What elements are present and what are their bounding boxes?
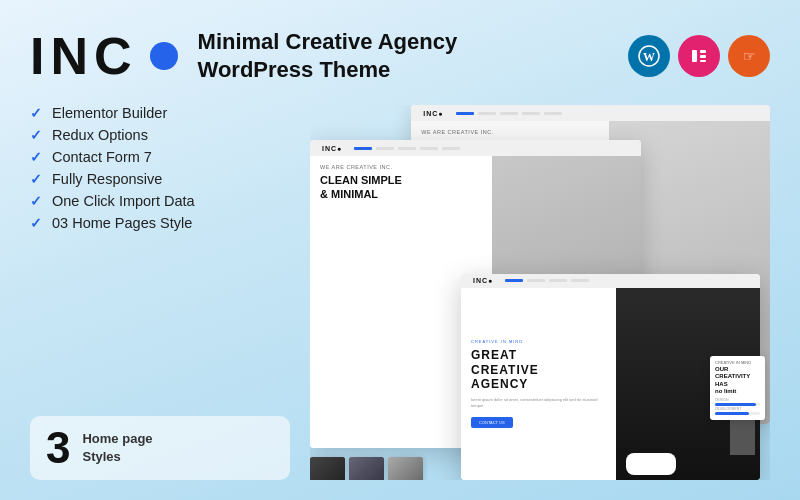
thumbnail-1 [310, 457, 345, 480]
feature-label: Contact Form 7 [52, 149, 152, 165]
hero-tagline: WE ARE CREATIVE INC. [421, 129, 598, 135]
feature-label: 03 Home Pages Style [52, 215, 192, 231]
nav-links-3 [505, 279, 589, 282]
logo-text: INC [30, 30, 138, 82]
preview-container: INC● WE ARE CREATIVE INC. CLEAN SIMP [310, 105, 770, 480]
features-list: ✓ Elementor Builder ✓ Redux Options ✓ Co… [30, 105, 290, 231]
creativity-card: CREATIVE IN MIND OUR CREATIVITY HASno li… [710, 356, 765, 420]
nav-link [544, 112, 562, 115]
svg-text:☞: ☞ [743, 48, 756, 64]
front-title: GREATCREATIVEAGENCY [471, 348, 606, 391]
badge-number: 3 [46, 426, 70, 470]
left-panel: ✓ Elementor Builder ✓ Redux Options ✓ Co… [30, 105, 290, 480]
svg-text:W: W [643, 50, 655, 64]
badge-text: Home page Styles [82, 430, 152, 466]
title-area: Minimal Creative Agency WordPress Theme [198, 28, 458, 83]
check-icon: ✓ [30, 149, 42, 165]
creativity-title: OUR CREATIVITY HASno limit [715, 366, 760, 395]
feature-label: Fully Responsive [52, 171, 162, 187]
check-icon: ✓ [30, 127, 42, 143]
list-item: ✓ Fully Responsive [30, 171, 290, 187]
list-item: ✓ Contact Form 7 [30, 149, 290, 165]
front-desc: lorem ipsum dolor sit amet, consectetuer… [471, 397, 606, 410]
list-item: ✓ 03 Home Pages Style [30, 215, 290, 231]
feature-label: Elementor Builder [52, 105, 167, 121]
screen-nav-3: INC● [461, 274, 760, 288]
front-left: CREATIVE IN MIND GREATCREATIVEAGENCY lor… [461, 288, 616, 480]
nav-link [500, 112, 518, 115]
page-container: INC Minimal Creative Agency WordPress Th… [0, 0, 800, 500]
front-cta: CONTACT US [471, 417, 513, 428]
design-bar-fill [715, 403, 756, 406]
check-icon: ✓ [30, 215, 42, 231]
home-pages-badge: 3 Home page Styles [30, 416, 290, 480]
nav-link [527, 279, 545, 282]
platform-icons: W ☞ [628, 35, 770, 77]
check-icon: ✓ [30, 171, 42, 187]
feature-label: Redux Options [52, 127, 148, 143]
product-title: Minimal Creative Agency WordPress Theme [198, 28, 458, 83]
list-item: ✓ Elementor Builder [30, 105, 290, 121]
svg-rect-2 [692, 50, 697, 62]
list-item: ✓ Redux Options [30, 127, 290, 143]
nav-link [549, 279, 567, 282]
hero-title-2: CLEAN SIMPLE& MINIMAL [320, 173, 482, 202]
nav-link [522, 112, 540, 115]
check-icon: ✓ [30, 193, 42, 209]
agency-label: CREATIVE IN MIND [471, 339, 606, 344]
touch-icon: ☞ [728, 35, 770, 77]
thumbnail-row [310, 457, 423, 480]
bar-label-design: DESIGN [715, 398, 760, 402]
right-panel: INC● WE ARE CREATIVE INC. CLEAN SIMP [310, 105, 770, 480]
nav-link [398, 147, 416, 150]
screen-nav: INC● [411, 105, 770, 121]
list-item: ✓ One Click Import Data [30, 193, 290, 209]
development-bar [715, 412, 760, 415]
svg-rect-5 [700, 60, 706, 62]
screen-logo-3: INC● [473, 277, 493, 284]
nav-link [354, 147, 372, 150]
bar-label-dev: DEVELOPMENT [715, 407, 760, 411]
thumbnail-3 [388, 457, 423, 480]
elementor-icon [678, 35, 720, 77]
main-content: ✓ Elementor Builder ✓ Redux Options ✓ Co… [30, 105, 770, 480]
nav-links-2 [354, 147, 460, 150]
nav-link [478, 112, 496, 115]
wordpress-icon: W [628, 35, 670, 77]
nav-link [376, 147, 394, 150]
hero-tagline-2: WE ARE CREATIVE INC. [320, 164, 482, 170]
logo-dot [150, 42, 178, 70]
creativity-subtitle: CREATIVE IN MIND [715, 360, 760, 365]
feature-label: One Click Import Data [52, 193, 195, 209]
development-bar-fill [715, 412, 749, 415]
check-icon: ✓ [30, 105, 42, 121]
nav-link [420, 147, 438, 150]
screen-logo-2: INC● [322, 145, 342, 152]
screen-nav-2: INC● [310, 140, 641, 156]
nav-link [442, 147, 460, 150]
header: INC Minimal Creative Agency WordPress Th… [30, 28, 770, 83]
logo-area: INC [30, 30, 178, 82]
svg-rect-4 [700, 55, 706, 58]
thumbnail-2 [349, 457, 384, 480]
nav-link [571, 279, 589, 282]
nav-links [456, 112, 562, 115]
nav-link [505, 279, 523, 282]
svg-rect-3 [700, 50, 706, 53]
nav-link [456, 112, 474, 115]
screen-logo: INC● [423, 110, 443, 117]
design-bar [715, 403, 760, 406]
